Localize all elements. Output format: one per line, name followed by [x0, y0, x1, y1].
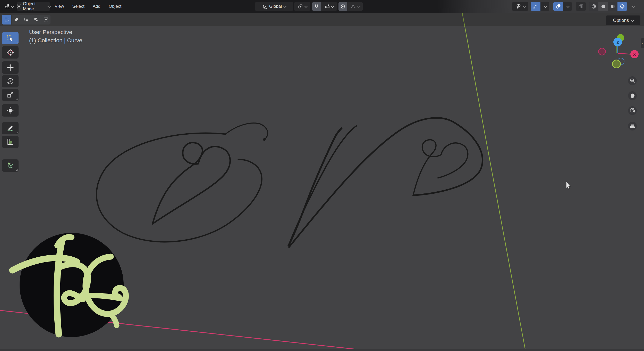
xray-icon — [578, 4, 584, 9]
select-mode-set-button[interactable] — [2, 15, 11, 25]
view-perspective-label: User Perspective — [29, 29, 72, 36]
proportional-editing-toggle[interactable] — [338, 2, 347, 11]
shading-dropdown[interactable] — [629, 2, 637, 11]
options-dropdown[interactable]: Options — [606, 15, 640, 25]
collection-breadcrumb: (1) Collection | Curve — [29, 37, 82, 44]
tool-add-cube[interactable] — [2, 159, 19, 172]
gizmo-neg-x-ball[interactable] — [599, 48, 606, 55]
shading-wireframe-button[interactable] — [589, 2, 598, 11]
sidebar-toggle-arrow-icon: ‹ — [642, 41, 643, 45]
pg-logo — [12, 233, 126, 337]
gizmo-z-label: Z — [616, 40, 619, 44]
tool-options-corner — [16, 132, 18, 133]
tool-options-corner — [16, 169, 18, 171]
transform-orientation-dropdown[interactable]: Global — [255, 2, 293, 11]
sidebar-toggle[interactable]: ‹ — [641, 38, 644, 48]
tool-measure[interactable] — [2, 136, 19, 148]
shading-mode-group — [589, 2, 627, 11]
select-mode-extend-button[interactable] — [12, 15, 21, 25]
tool-transform[interactable] — [2, 104, 19, 117]
proportional-group — [338, 2, 363, 11]
tool-select-box[interactable] — [2, 32, 19, 44]
xray-toggle[interactable] — [576, 2, 586, 11]
gizmos-group — [531, 2, 549, 11]
pivot-point-dropdown[interactable] — [294, 2, 310, 11]
tool-annotate[interactable] — [2, 122, 19, 134]
viewport-canvas[interactable] — [0, 0, 644, 351]
proportional-falloff-dropdown[interactable] — [347, 2, 363, 11]
viewport-header: Object Mode View Select Add Object Globa… — [0, 0, 644, 13]
gizmo-neg-y-ball[interactable] — [613, 60, 621, 68]
tool-rotate[interactable] — [2, 75, 19, 87]
tool-scale[interactable] — [2, 89, 19, 101]
select-mode-invert-button[interactable] — [31, 15, 41, 25]
shading-material-button[interactable] — [608, 2, 617, 11]
snap-to-dropdown[interactable] — [321, 2, 337, 11]
tool-settings-bar — [0, 13, 644, 26]
blender-window: Object Mode View Select Add Object Globa… — [0, 0, 644, 351]
menu-add[interactable]: Add — [92, 4, 101, 9]
snap-increment-icon — [325, 4, 330, 9]
tool-options-corner — [16, 99, 18, 100]
select-mode-intersect-button[interactable] — [41, 15, 50, 25]
overlays-group — [553, 2, 572, 11]
rendered-shading-icon — [620, 4, 625, 9]
tool-options-corner — [16, 42, 18, 43]
navigation-axis-gizmo[interactable]: Z X — [592, 25, 644, 76]
perspective-grid-icon — [629, 123, 635, 129]
gizmo-x-label: X — [633, 52, 636, 56]
shading-rendered-button[interactable] — [617, 2, 627, 11]
tool-cursor[interactable] — [2, 46, 19, 59]
shading-solid-button[interactable] — [598, 2, 608, 11]
pivot-point-icon — [298, 4, 303, 9]
mouse-cursor — [566, 181, 572, 190]
hand-icon — [629, 93, 635, 99]
options-label: Options — [613, 18, 629, 23]
orientation-global-icon — [262, 4, 268, 9]
select-mode-group — [2, 15, 50, 25]
window-bottom-edge — [0, 349, 644, 351]
overlays-dropdown[interactable] — [563, 2, 572, 11]
y-axis-line — [460, 0, 526, 351]
editor-type-button[interactable] — [2, 2, 16, 11]
camera-view-button[interactable] — [628, 106, 637, 115]
mode-dropdown[interactable]: Object Mode — [17, 2, 50, 11]
falloff-curve-icon — [350, 4, 356, 9]
object-visibility-icon — [515, 4, 521, 9]
3d-viewport-editor-icon — [4, 4, 10, 9]
snap-magnet-icon — [314, 4, 319, 9]
gizmos-icon — [533, 4, 538, 9]
menu-select[interactable]: Select — [71, 4, 86, 9]
menu-view[interactable]: View — [54, 4, 65, 9]
orientation-label: Global — [269, 4, 282, 9]
signature-curve[interactable] — [97, 118, 483, 247]
select-mode-subtract-button[interactable] — [21, 15, 31, 25]
solid-shading-icon — [600, 4, 606, 9]
show-gizmos-toggle[interactable] — [531, 2, 540, 11]
camera-icon — [629, 108, 635, 114]
wireframe-shading-icon — [591, 4, 597, 9]
snapping-group — [312, 2, 337, 11]
tool-move[interactable] — [2, 61, 19, 74]
show-overlays-toggle[interactable] — [553, 2, 563, 11]
snap-toggle-button[interactable] — [312, 2, 321, 11]
gizmos-dropdown[interactable] — [540, 2, 549, 11]
zoom-icon — [629, 78, 635, 84]
zoom-button[interactable] — [628, 76, 637, 85]
pan-button[interactable] — [628, 91, 637, 100]
object-visibility-dropdown[interactable] — [512, 2, 528, 11]
object-mode-icon — [17, 4, 21, 9]
overlays-icon — [555, 4, 561, 9]
menu-object[interactable]: Object — [108, 4, 122, 9]
proportional-editing-icon — [340, 4, 345, 9]
material-preview-shading-icon — [610, 4, 616, 9]
mode-label: Object Mode — [23, 1, 46, 12]
toggle-perspective-button[interactable] — [628, 122, 637, 130]
